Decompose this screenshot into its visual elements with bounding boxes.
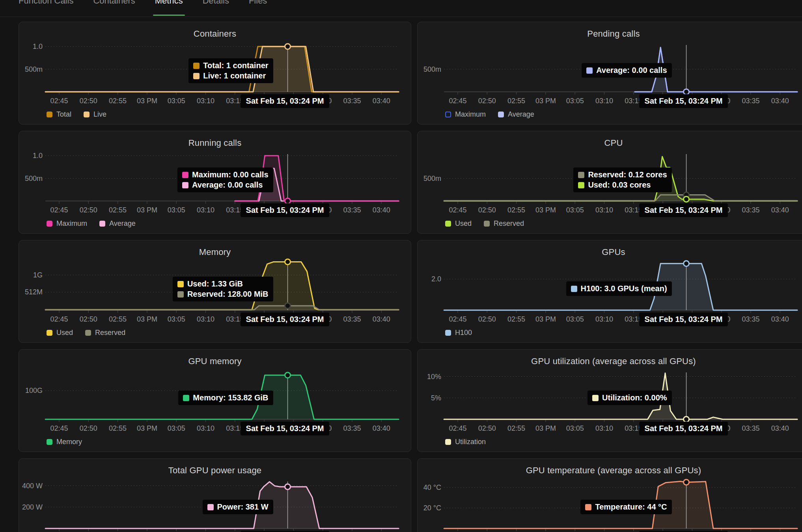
x-axis-tick-label: 03:10 [197, 206, 214, 214]
legend-item-reserved[interactable]: Reserved [484, 219, 524, 228]
hover-point-marker [684, 480, 689, 485]
legend-label: Reserved [494, 219, 524, 228]
tooltip-value-text: Power: 381 W [217, 502, 269, 512]
tooltip-row: H100: 3.0 GPUs (mean) [571, 284, 667, 293]
hover-point-marker [285, 198, 291, 204]
legend-item-used[interactable]: Used [445, 219, 472, 228]
crosshair-time-tooltip: Sat Feb 15, 03:24 PM [241, 94, 330, 108]
x-axis-tick-label: 02:50 [80, 206, 97, 214]
series-color-swatch [578, 172, 584, 178]
x-axis-tick-label: 02:45 [50, 206, 68, 214]
legend-item-live[interactable]: Live [84, 110, 106, 119]
legend-label: Reserved [95, 329, 125, 337]
chart-plot-area[interactable]: 400 W200 W02:4502:5002:5503 PM03:0503:10… [19, 459, 411, 532]
series-area-reserved [444, 195, 797, 201]
x-axis-tick-label: 02:50 [80, 424, 97, 432]
legend-color-swatch [85, 330, 91, 336]
x-axis-tick-label: 03:10 [595, 97, 613, 105]
x-axis-tick-label: 02:50 [80, 315, 97, 323]
x-axis-tick-label: 03:10 [197, 315, 214, 323]
x-axis-tick-label: 02:55 [507, 97, 525, 105]
hover-point-marker [684, 196, 689, 202]
legend-item-total[interactable]: Total [47, 110, 71, 119]
chart-legend: MaximumAverage [445, 110, 534, 119]
tooltip-row: Temperature: 44 °C [585, 502, 667, 512]
tooltip-row: Total: 1 container [193, 61, 268, 70]
tooltip-row: Maximum: 0.00 calls [182, 170, 268, 179]
y-axis-tick-label: 200 W [22, 503, 43, 511]
charts-grid: Containers1.0500m02:4502:5002:5503 PM03:… [0, 17, 802, 532]
chart-tooltip: Total: 1 containerLive: 1 container [188, 58, 273, 83]
chart-legend: UsedReserved [47, 329, 125, 337]
tooltip-value-text: Average: 0.00 calls [596, 66, 667, 75]
legend-item-reserved[interactable]: Reserved [85, 329, 125, 337]
chart-plot-area[interactable]: 40 °C20 °C02:4502:5002:5503 PM03:0503:10… [418, 459, 802, 532]
legend-item-memory[interactable]: Memory [47, 438, 82, 446]
chart-tooltip: Temperature: 44 °C [580, 500, 671, 514]
legend-item-average[interactable]: Average [498, 110, 534, 119]
tab-details[interactable]: Details [203, 0, 229, 17]
x-axis-tick-label: 03:10 [197, 424, 214, 432]
chart-panel-total-gpu-power-usage: Total GPU power usage400 W200 W02:4502:5… [19, 458, 411, 532]
y-axis-tick-label: 500m [25, 175, 43, 182]
legend-label: Memory [56, 438, 82, 446]
legend-label: Used [56, 329, 73, 337]
y-axis-tick-label: 40 °C [423, 484, 441, 491]
x-axis-tick-label: 02:45 [449, 206, 466, 214]
legend-item-maximum[interactable]: Maximum [445, 110, 486, 119]
tooltip-value-text: Maximum: 0.00 calls [192, 170, 268, 179]
chart-tooltip: Used: 1.33 GiBReserved: 128.00 MiB [173, 277, 273, 301]
tab-metrics[interactable]: Metrics [155, 0, 183, 17]
series-color-swatch [207, 504, 214, 510]
x-axis-tick-label: 02:50 [478, 424, 496, 432]
legend-item-maximum[interactable]: Maximum [47, 219, 87, 228]
hover-point-marker [684, 417, 689, 422]
chart-tooltip: Memory: 153.82 GiB [178, 391, 273, 405]
x-axis-tick-label: 02:55 [507, 315, 525, 323]
legend-item-used[interactable]: Used [47, 329, 73, 337]
x-axis-tick-label: 03:35 [742, 315, 759, 323]
y-axis-tick-label: 1.0 [33, 43, 43, 50]
tab-label: Files [249, 0, 267, 6]
y-axis-tick-label: 10% [427, 373, 441, 381]
x-axis-tick-label: 03:40 [771, 315, 789, 323]
tooltip-value-text: Utilization: 0.00% [602, 393, 667, 402]
x-axis-tick-label: 02:45 [449, 315, 466, 323]
x-axis-tick-label: 03:35 [343, 97, 361, 105]
hover-point-marker [684, 89, 689, 95]
chart-legend: MaximumAverage [47, 219, 136, 228]
series-color-swatch [585, 504, 591, 510]
legend-color-swatch [484, 221, 490, 227]
series-color-swatch [571, 286, 577, 292]
legend-label: Utilization [455, 438, 486, 446]
legend-label: Total [56, 110, 71, 119]
x-axis-tick-label: 03:40 [771, 424, 789, 432]
x-axis-tick-label: 03:40 [373, 206, 390, 214]
x-axis-tick-label: 03:05 [168, 424, 185, 432]
legend-label: Maximum [455, 110, 486, 119]
legend-item-h100[interactable]: H100 [445, 329, 472, 337]
chart-legend: TotalLive [47, 110, 106, 119]
legend-label: Average [109, 219, 136, 228]
legend-item-average[interactable]: Average [99, 219, 136, 228]
chart-panel-gpu-utilization-average-across-all-gpus: GPU utilization (average across all GPUs… [417, 349, 802, 452]
x-axis-tick-label: 02:55 [109, 97, 127, 105]
tooltip-row: Reserved: 128.00 MiB [177, 290, 269, 299]
legend-item-utilization[interactable]: Utilization [445, 438, 486, 446]
x-axis-tick-label: 03:10 [595, 315, 613, 323]
hover-point-marker [285, 484, 291, 489]
tab-label: Details [203, 0, 229, 6]
legend-color-swatch [445, 221, 451, 227]
series-color-swatch [182, 172, 188, 178]
tab-containers[interactable]: Containers [93, 0, 135, 17]
x-axis-tick-label: 02:55 [109, 315, 127, 323]
tooltip-value-text: Reserved: 0.12 cores [588, 170, 667, 179]
tab-function-calls[interactable]: Function Calls [19, 0, 73, 17]
hover-point-marker [285, 303, 291, 309]
legend-label: Live [93, 110, 106, 119]
legend-color-swatch [84, 112, 90, 117]
x-axis-tick-label: 03:10 [197, 97, 214, 105]
chart-panel-cpu: CPU500m02:4502:5002:5503 PM03:0503:1003:… [417, 131, 802, 234]
tab-files[interactable]: Files [249, 0, 267, 17]
series-color-swatch [578, 182, 584, 188]
